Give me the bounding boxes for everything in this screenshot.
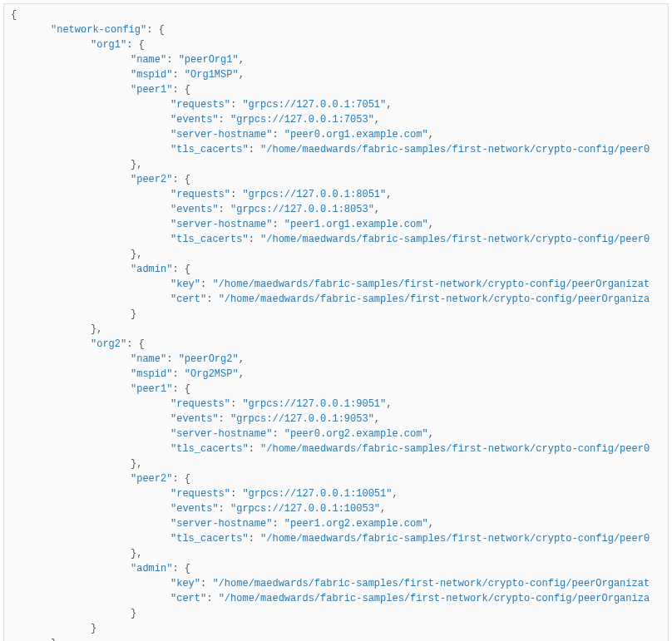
colon: : — [206, 593, 218, 604]
json-value: "peerOrg1" — [179, 54, 239, 66]
code-line: "tls_cacerts": "/home/maedwards/fabric-s… — [11, 531, 661, 546]
json-key: "cert" — [170, 593, 206, 604]
json-value: "grpcs://127.0.0.1:8053" — [230, 204, 374, 215]
colon: : — [200, 578, 212, 589]
code-line: "tls_cacerts": "/home/maedwards/fabric-s… — [11, 441, 661, 456]
json-key: "events" — [170, 413, 219, 425]
punctuation: : { — [172, 383, 190, 395]
comma: , — [239, 54, 245, 66]
json-key: "peer1" — [131, 383, 172, 395]
json-value: "Org1MSP" — [185, 69, 239, 81]
json-value: "grpcs://127.0.0.1:7053" — [230, 114, 374, 126]
comma: , — [428, 518, 434, 530]
comma: , — [374, 204, 380, 215]
code-line: "peer1": { — [11, 382, 661, 397]
code-line: }, — [11, 456, 661, 471]
json-key: "tls_cacerts" — [170, 533, 249, 545]
json-code-block: {"network-config": {"org1": {"name": "pe… — [3, 3, 669, 641]
colon: : — [200, 279, 212, 290]
code-line: } — [11, 621, 661, 636]
colon: : — [249, 443, 260, 455]
json-key: "tls_cacerts" — [170, 443, 249, 455]
json-value: "/home/maedwards/fabric-samples/first-ne… — [219, 293, 650, 305]
code-line: "server-hostname": "peer1.org2.example.c… — [11, 516, 661, 531]
json-key: "name" — [131, 353, 166, 365]
json-key: "network-config" — [51, 24, 146, 36]
json-key: "key" — [170, 578, 200, 589]
code-line: "key": "/home/maedwards/fabric-samples/f… — [11, 277, 661, 292]
punctuation: : { — [146, 24, 165, 36]
json-value: "/home/maedwards/fabric-samples/first-ne… — [212, 578, 650, 589]
code-line: "network-config": { — [11, 22, 661, 37]
colon: : — [219, 114, 230, 126]
json-key: "requests" — [170, 189, 230, 200]
code-line: "cert": "/home/maedwards/fabric-samples/… — [11, 292, 661, 307]
colon: : — [219, 204, 230, 215]
code-line: }, — [11, 546, 661, 561]
comma: , — [386, 99, 392, 111]
json-key: "tls_cacerts" — [170, 144, 249, 155]
punctuation: : { — [172, 473, 190, 485]
punctuation: }, — [131, 249, 142, 260]
code-line: "events": "grpcs://127.0.0.1:8053", — [11, 202, 661, 217]
code-line: }, — [11, 247, 661, 262]
punctuation: : { — [172, 84, 190, 96]
json-value: "/home/maedwards/fabric-samples/first-ne… — [260, 443, 650, 455]
punctuation: }, — [131, 458, 142, 470]
json-value: "grpcs://127.0.0.1:10053" — [230, 503, 380, 515]
punctuation: : { — [172, 563, 190, 574]
comma: , — [239, 368, 245, 380]
punctuation: }, — [51, 638, 62, 641]
code-line: "peer2": { — [11, 471, 661, 486]
code-line: "mspid": "Org2MSP", — [11, 367, 661, 382]
code-line: "org1": { — [11, 37, 661, 52]
code-line: "peer1": { — [11, 82, 661, 97]
comma: , — [239, 69, 245, 81]
json-key: "events" — [170, 204, 219, 215]
comma: , — [380, 503, 386, 515]
code-line: }, — [11, 157, 661, 172]
colon: : — [272, 129, 284, 141]
colon: : — [230, 398, 242, 410]
json-key: "requests" — [170, 99, 230, 111]
json-key: "name" — [131, 54, 166, 66]
json-value: "Org2MSP" — [185, 368, 239, 380]
json-key: "mspid" — [131, 368, 172, 380]
json-key: "server-hostname" — [170, 219, 272, 230]
json-key: "peer2" — [131, 174, 172, 185]
json-key: "server-hostname" — [170, 428, 272, 440]
json-value: "peer1.org1.example.com" — [284, 219, 428, 230]
comma: , — [386, 189, 392, 200]
code-line: "mspid": "Org1MSP", — [11, 67, 661, 82]
json-key: "key" — [170, 279, 200, 290]
comma: , — [386, 398, 392, 410]
json-value: "grpcs://127.0.0.1:9051" — [242, 398, 386, 410]
comma: , — [374, 114, 380, 126]
colon: : — [272, 518, 284, 530]
code-line: }, — [11, 636, 661, 641]
code-line: "tls_cacerts": "/home/maedwards/fabric-s… — [11, 142, 661, 157]
json-key: "mspid" — [131, 69, 172, 81]
json-value: "/home/maedwards/fabric-samples/first-ne… — [219, 593, 650, 604]
code-line: } — [11, 307, 661, 322]
colon: : — [166, 54, 178, 66]
json-key: "events" — [170, 503, 219, 515]
comma: , — [392, 488, 398, 500]
comma: , — [239, 353, 245, 365]
punctuation: : { — [126, 338, 145, 350]
json-value: "/home/maedwards/fabric-samples/first-ne… — [212, 279, 650, 290]
code-line: "peer2": { — [11, 172, 661, 187]
comma: , — [428, 219, 434, 230]
json-value: "/home/maedwards/fabric-samples/first-ne… — [260, 533, 650, 545]
colon: : — [172, 69, 184, 81]
json-key: "server-hostname" — [170, 129, 272, 141]
json-value: "peerOrg2" — [179, 353, 239, 365]
colon: : — [206, 293, 218, 305]
json-key: "admin" — [131, 264, 172, 275]
punctuation: : { — [172, 264, 190, 275]
code-line: "events": "grpcs://127.0.0.1:9053", — [11, 412, 661, 427]
json-key: "org1" — [91, 39, 126, 51]
punctuation: }, — [91, 323, 102, 335]
json-value: "grpcs://127.0.0.1:10051" — [242, 488, 392, 500]
code-line: "name": "peerOrg1", — [11, 52, 661, 67]
